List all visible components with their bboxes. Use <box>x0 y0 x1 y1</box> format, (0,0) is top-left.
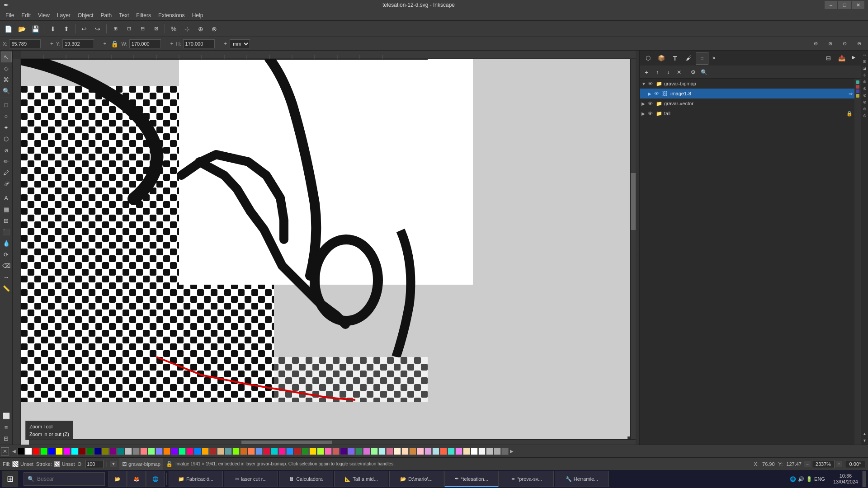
palette-swatch-6[interactable] <box>63 448 71 455</box>
x-plus-btn[interactable]: + <box>49 41 54 47</box>
h-minus-btn[interactable]: – <box>217 41 222 47</box>
system-clock[interactable]: 10:36 13/04/2024 <box>831 473 860 485</box>
zoom-in-status-btn[interactable]: + <box>836 461 842 467</box>
export-tab-btn[interactable]: 📤 <box>835 52 848 65</box>
layer-expand-image1-8[interactable]: ▶ <box>648 91 653 96</box>
palette-swatch-18[interactable] <box>156 448 163 455</box>
hscroll-thumb[interactable] <box>241 441 332 444</box>
taskbar-search-box[interactable]: 🔍 <box>24 472 105 486</box>
menu-item-extensions[interactable]: Extensions <box>155 11 189 19</box>
close-panel-btn[interactable]: ✕ <box>709 54 718 63</box>
taskbar-explorer-icon[interactable]: 📂 <box>108 471 127 487</box>
palette-swatch-55[interactable] <box>440 448 447 455</box>
layer-up-btn[interactable]: ↑ <box>652 67 662 77</box>
spiral-tool-btn[interactable]: ⌀ <box>1 145 12 155</box>
palette-swatch-60[interactable] <box>478 448 486 455</box>
palette-swatch-12[interactable] <box>109 448 117 455</box>
y-input[interactable] <box>62 39 94 48</box>
palette-swatch-16[interactable] <box>140 448 147 455</box>
palette-swatch-8[interactable] <box>79 448 86 455</box>
menu-item-edit[interactable]: Edit <box>18 11 34 19</box>
start-button[interactable]: ⊞ <box>2 471 18 487</box>
palette-swatch-29[interactable] <box>240 448 247 455</box>
pen-tool-btn[interactable]: 🖊 <box>1 167 12 178</box>
palette-swatch-58[interactable] <box>463 448 470 455</box>
palette-swatch-56[interactable] <box>448 448 455 455</box>
palette-swatch-46[interactable] <box>371 448 378 455</box>
palette-swatch-42[interactable] <box>340 448 347 455</box>
panel-expand-btn[interactable]: ⯈ <box>849 53 859 63</box>
layer-search-btn[interactable]: 🔍 <box>699 67 709 77</box>
new-layer-btn[interactable]: + <box>642 67 651 77</box>
palette-swatch-4[interactable] <box>48 448 55 455</box>
strip-btn-2[interactable]: ⊞ <box>862 58 868 65</box>
erase-tool-btn[interactable]: ⌫ <box>1 260 12 271</box>
redo-button[interactable]: ↪ <box>91 23 104 35</box>
x-minus-btn[interactable]: – <box>42 41 47 47</box>
menu-item-path[interactable]: Path <box>97 11 116 19</box>
coord-btn4[interactable]: ⊝ <box>853 38 865 50</box>
panel-splitter[interactable]: ⋮ <box>636 51 639 445</box>
palette-swatch-20[interactable] <box>171 448 178 455</box>
text-tool-btn[interactable]: A <box>1 192 12 203</box>
palette-swatch-21[interactable] <box>179 448 186 455</box>
text-tab-btn[interactable]: T <box>669 52 681 65</box>
palette-swatch-0[interactable] <box>17 448 24 455</box>
palette-swatch-53[interactable] <box>425 448 432 455</box>
align-coords-btn[interactable]: ⊛ <box>824 38 836 50</box>
palette-swatch-32[interactable] <box>263 448 270 455</box>
new-button[interactable]: 📄 <box>2 23 14 35</box>
calc-taskbar-btn[interactable]: 🖩 Calculadora <box>279 471 333 487</box>
strip-btn-11[interactable]: ▲ <box>862 431 868 437</box>
export-button[interactable]: ⬆ <box>60 23 73 35</box>
layer-expand-gravar-vector[interactable]: ▶ <box>642 101 647 106</box>
files-taskbar-btn[interactable]: 📂 D:\mario\... <box>389 471 443 487</box>
menu-item-filters[interactable]: Filters <box>132 11 155 19</box>
y-minus-btn[interactable]: – <box>96 41 101 47</box>
taskbar-firefox-icon[interactable]: 🦊 <box>127 471 146 487</box>
zoom-fit-button[interactable]: ⊞ <box>109 23 122 35</box>
palette-swatch-52[interactable] <box>417 448 424 455</box>
snap-button[interactable]: % <box>167 23 180 35</box>
transform-btn[interactable]: ⊘ <box>809 38 822 50</box>
palette-swatch-48[interactable] <box>386 448 393 455</box>
status-layer[interactable]: 🖼 gravar-bipmap <box>119 458 163 470</box>
strip-btn-10[interactable]: ⊝ <box>862 113 868 119</box>
fill-swatch[interactable] <box>12 461 19 467</box>
palette-swatch-22[interactable] <box>186 448 193 455</box>
palette-swatch-2[interactable] <box>33 448 40 455</box>
layer-item-gravar-bipmap[interactable]: ▼ 👁 📁 gravar-bipmap <box>640 79 854 89</box>
palette-swatch-28[interactable] <box>232 448 240 455</box>
strip-btn-3[interactable]: ◪ <box>862 65 868 71</box>
zoom-out-status-btn[interactable]: – <box>804 461 811 467</box>
taskbar-edge-icon[interactable]: 🌐 <box>146 471 165 487</box>
fill-tool-btn[interactable]: ⬛ <box>1 226 12 237</box>
canvas-vertical-scrollbar[interactable] <box>630 59 636 439</box>
layer-item-image1-8[interactable]: ▶ 👁 🖼 image1-8 ⇒ <box>640 89 854 99</box>
layer-delete-btn[interactable]: ✕ <box>674 67 684 77</box>
layer-vis-gravar-bipmap[interactable]: 👁 <box>648 81 655 86</box>
layer-settings-btn[interactable]: ⚙ <box>688 67 698 77</box>
palette-swatch-26[interactable] <box>217 448 224 455</box>
palette-swatch-19[interactable] <box>163 448 170 455</box>
layer-vis-image1-8[interactable]: 👁 <box>654 91 661 96</box>
layer-item-gravar-vector[interactable]: ▶ 👁 📁 gravar-vector <box>640 99 854 108</box>
palette-swatch-51[interactable] <box>409 448 416 455</box>
menu-item-help[interactable]: Help <box>189 11 207 19</box>
herramie-taskbar-btn[interactable]: 🔧 Herramie... <box>555 471 609 487</box>
status-layer-lock-btn[interactable]: 🔓 <box>166 461 173 467</box>
show-desktop-btn[interactable] <box>863 471 866 487</box>
dropper-tool-btn[interactable]: 💧 <box>1 238 12 249</box>
connector-tool-btn[interactable]: ↔ <box>1 272 12 282</box>
3d-box-tool-btn[interactable]: ⬡ <box>1 133 12 144</box>
layer-lock-tall[interactable]: 🔒 <box>846 111 853 117</box>
palette-swatch-62[interactable] <box>494 448 501 455</box>
palette-swatch-24[interactable] <box>202 448 209 455</box>
tall-taskbar-btn[interactable]: 📐 Tall a mid... <box>334 471 388 487</box>
palette-swatch-1[interactable] <box>25 448 32 455</box>
zoom-input[interactable] <box>812 460 835 468</box>
palette-swatch-63[interactable] <box>501 448 509 455</box>
opacity-input[interactable] <box>85 460 104 468</box>
palette-swatch-25[interactable] <box>209 448 217 455</box>
paint-tab-btn[interactable]: 🖌 <box>682 52 695 65</box>
